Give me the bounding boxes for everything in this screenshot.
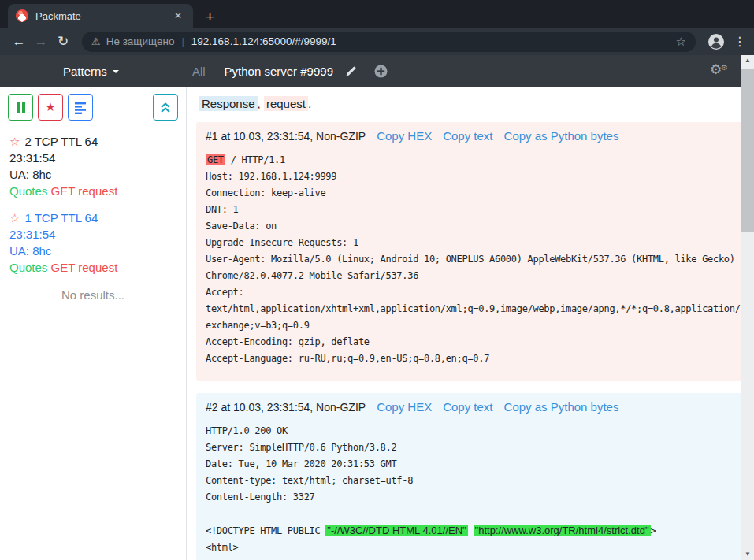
packet-line: HTTP/1.0 200 OK <box>206 423 754 439</box>
patterns-label: Patterns <box>63 65 107 78</box>
pattern-match-highlight: "http://www.w3.org/TR/html4/strict.dtd" <box>474 525 651 536</box>
packet-line: DNT: 1 <box>206 202 754 218</box>
bookmark-star-icon[interactable]: ☆ <box>676 35 686 49</box>
packet-line: Accept-Encoding: gzip, deflate <box>206 334 754 350</box>
copy-action-link[interactable]: Copy as Python bytes <box>504 400 619 414</box>
packet-line: Server: SimpleHTTP/0.6 Python/3.8.2 <box>206 439 754 456</box>
pause-capture-button[interactable] <box>8 94 33 121</box>
profile-avatar[interactable] <box>708 34 724 50</box>
edit-pattern-pencil-icon[interactable] <box>345 65 357 77</box>
packet-line: Content-Length: 3327 <box>206 489 754 506</box>
favorite-star-icon[interactable]: ☆ <box>9 211 20 224</box>
stream-tag: GET request <box>47 184 117 198</box>
packet-line: GET / HTTP/1.1 <box>206 152 754 169</box>
pattern-match-highlight: GET <box>206 154 225 165</box>
settings-gears-icon[interactable]: ⚙ ⚙ <box>710 63 727 79</box>
address-bar[interactable]: ⚠ Не защищено | 192.168.1.124:65000/#/99… <box>82 32 696 52</box>
page-scrollbar[interactable]: ▲ ▼ <box>741 55 754 560</box>
packet-header: #1 at 10.03, 23:31:54, Non-GZIPCopy HEXC… <box>206 129 754 143</box>
reload-icon[interactable]: ↻ <box>52 35 74 48</box>
stream-title: 1 TCP TTL 64 <box>24 211 98 224</box>
tab-close-icon[interactable]: ✕ <box>171 9 185 23</box>
tab-strip: Packmate ✕ + <box>0 0 754 28</box>
packet-actions: Copy HEXCopy textCopy as Python bytes <box>366 400 618 414</box>
content-area: ★ ☆2 TCP TTL 6423:31:54UA: 8hcQuotes GET… <box>0 87 741 560</box>
copy-action-link[interactable]: Copy HEX <box>377 129 432 143</box>
packet-line: Date: Tue, 10 Mar 2020 20:31:53 GMT <box>206 456 754 473</box>
stream-list: ☆2 TCP TTL 6423:31:54UA: 8hcQuotes GET r… <box>0 121 186 276</box>
browser-menu-icon[interactable]: ⋮ <box>734 34 746 49</box>
stream-matched-tags: Quotes GET request <box>9 259 176 276</box>
packet-line: Upgrade-Insecure-Requests: 1 <box>206 235 754 251</box>
packet-line: Content-type: text/html; charset=utf-8 <box>206 473 754 489</box>
app-header: Patterns All Python server #9999 ⚙ ⚙ <box>0 55 741 87</box>
protocol-filter-button[interactable] <box>68 94 93 121</box>
stream-list-item[interactable]: ☆2 TCP TTL 6423:31:54UA: 8hcQuotes GET r… <box>9 133 176 199</box>
stream-tag: Quotes <box>9 184 47 198</box>
found-pattern-mark: Response <box>199 96 258 111</box>
stream-sidebar: ★ ☆2 TCP TTL 6423:31:54UA: 8hcQuotes GET… <box>0 87 187 560</box>
collapse-panel-button[interactable] <box>153 94 178 121</box>
browser-toolbar: ← → ↻ ⚠ Не защищено | 192.168.1.124:6500… <box>0 28 754 55</box>
star-icon: ★ <box>45 100 55 114</box>
packet-title: #1 at 10.03, 23:31:54, Non-GZIP <box>206 130 366 143</box>
tab-all[interactable]: All <box>192 65 206 78</box>
tab-title: Packmate <box>35 10 171 22</box>
packmate-favicon-icon <box>16 9 28 22</box>
browser-chrome: Packmate ✕ + ← → ↻ ⚠ Не защищено | 192.1… <box>0 0 754 55</box>
stream-title-line: ☆1 TCP TTL 64 <box>9 210 176 226</box>
favorites-filter-button[interactable]: ★ <box>38 94 63 121</box>
address-separator: | <box>181 35 184 47</box>
not-secure-label[interactable]: Не защищено <box>106 35 175 47</box>
packet-line: Save-Data: on <box>206 218 754 235</box>
copy-action-link[interactable]: Copy text <box>443 129 492 143</box>
scroll-up-icon[interactable]: ▲ <box>741 55 754 66</box>
copy-action-link[interactable]: Copy HEX <box>377 400 432 414</box>
scroll-down-icon[interactable]: ▼ <box>741 549 754 560</box>
stream-time: 23:31:54 <box>9 150 176 166</box>
packet-line: Accept: text/html,application/xhtml+xml,… <box>206 284 754 334</box>
forward-icon[interactable]: → <box>30 35 52 48</box>
align-left-icon <box>74 101 87 114</box>
found-pattern-separator: . <box>308 97 311 110</box>
copy-action-link[interactable]: Copy as Python bytes <box>504 129 619 143</box>
scrollbar-thumb[interactable] <box>741 69 754 232</box>
copy-action-link[interactable]: Copy text <box>443 400 492 414</box>
url-text[interactable]: 192.168.1.124:65000/#/9999/1 <box>191 35 676 47</box>
stream-tag: GET request <box>47 261 117 274</box>
not-secure-warning-icon[interactable]: ⚠ <box>91 35 101 47</box>
packet-body: HTTP/1.0 200 OKServer: SimpleHTTP/0.6 Py… <box>206 423 754 556</box>
tab-active-pattern[interactable]: Python server #9999 <box>225 65 333 78</box>
stream-title: 2 TCP TTL 64 <box>24 135 98 148</box>
found-patterns-row: Response, request. <box>199 97 754 110</box>
packet-header: #2 at 10.03, 23:31:54, Non-GZIPCopy HEXC… <box>206 400 754 414</box>
browser-tab[interactable]: Packmate ✕ <box>8 4 193 28</box>
favorite-star-icon[interactable]: ☆ <box>9 135 20 148</box>
pause-icon <box>17 102 25 113</box>
stream-time: 23:31:54 <box>9 226 176 243</box>
add-pattern-icon[interactable] <box>374 65 388 78</box>
packet-response: #2 at 10.03, 23:31:54, Non-GZIPCopy HEXC… <box>196 393 754 560</box>
stream-list-item[interactable]: ☆1 TCP TTL 6423:31:54UA: 8hcQuotes GET r… <box>9 210 176 276</box>
stream-tag: Quotes <box>9 261 47 274</box>
chevrons-up-icon <box>160 102 171 113</box>
packet-line: <html> <box>206 540 754 556</box>
new-tab-button[interactable]: + <box>206 9 214 24</box>
packet-line: Accept-Language: ru-RU,ru;q=0.9,en-US;q=… <box>206 350 754 367</box>
stream-title-line: ☆2 TCP TTL 64 <box>9 133 176 150</box>
packet-line <box>206 506 754 522</box>
packet-actions: Copy HEXCopy textCopy as Python bytes <box>366 129 618 143</box>
packet-title: #2 at 10.03, 23:31:54, Non-GZIP <box>206 401 366 414</box>
packet-body: GET / HTTP/1.1Host: 192.168.1.124:9999Co… <box>206 152 754 367</box>
no-results-label: No results... <box>0 288 186 302</box>
found-pattern-separator: , <box>258 97 264 110</box>
packet-request: #1 at 10.03, 23:31:54, Non-GZIPCopy HEXC… <box>196 122 754 381</box>
packet-line: Host: 192.168.1.124:9999 <box>206 169 754 185</box>
found-pattern-mark: request <box>264 96 308 111</box>
back-icon[interactable]: ← <box>8 35 30 48</box>
patterns-dropdown[interactable]: Patterns <box>63 65 119 78</box>
stream-user-agent: UA: 8hc <box>9 166 176 183</box>
pattern-match-highlight: "-//W3C//DTD HTML 4.01//EN" <box>325 525 467 536</box>
stream-detail: Response, request. #1 at 10.03, 23:31:54… <box>187 87 754 560</box>
pattern-tabs: All Python server #9999 <box>192 65 388 78</box>
